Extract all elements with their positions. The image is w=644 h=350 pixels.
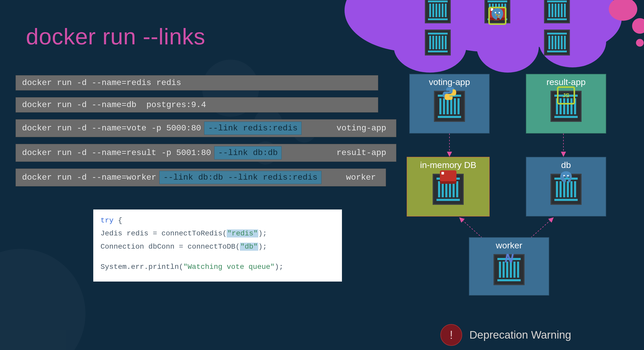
svg-point-1: [499, 12, 500, 13]
code-string: "Watching vote queue": [183, 263, 275, 271]
box-inmemory-db: in-memory DB: [407, 157, 490, 216]
cloud-icon-row: N: [425, 0, 570, 55]
code-text: Connection dbConn = connectToDB(: [101, 243, 240, 251]
code-text: {: [113, 216, 122, 225]
link-flag: --link db:db: [214, 146, 282, 159]
command-tail: result-app: [335, 148, 391, 158]
code-string: "db": [240, 243, 258, 251]
box-worker: worker N: [469, 237, 549, 296]
nodejs-container-icon: [544, 0, 570, 23]
box-result-app: result-app: [526, 74, 606, 134]
svg-point-7: [567, 175, 569, 177]
code-text: );: [258, 229, 267, 237]
postgres-container-icon: [544, 30, 570, 55]
code-text: Jedis redis = connectToRedis(: [101, 229, 227, 237]
command-vote: docker run -d --name=vote -p 5000:80 --l…: [16, 119, 396, 137]
command-tail: worker: [345, 172, 381, 183]
bg-circle: [0, 249, 85, 350]
box-label: worker: [469, 240, 549, 250]
code-kw: try: [101, 216, 113, 225]
box-label: in-memory DB: [407, 160, 489, 170]
redis-container-icon: [433, 174, 464, 205]
svg-line-5: [528, 219, 552, 240]
postgres-container-icon: [550, 174, 582, 205]
nodejs-container-icon: [550, 91, 582, 122]
command-worker: docker run -d --name=worker --link db:db…: [16, 169, 386, 186]
link-flag: --link redis:redis: [204, 122, 302, 135]
command-text: docker run -d --name=db postgres:9.4: [20, 100, 208, 110]
code-text: );: [258, 243, 267, 251]
svg-point-0: [495, 12, 496, 13]
box-label: voting-app: [410, 77, 489, 87]
warning-icon: !: [440, 324, 462, 346]
deprecation-warning: ! Deprecation Warning: [440, 324, 571, 346]
command-result: docker run -d --name=result -p 5001:80 -…: [16, 144, 396, 162]
redis-container-icon: [425, 30, 451, 55]
command-redis: docker run -d --name=redis redis: [16, 75, 378, 90]
box-label: result-app: [526, 77, 606, 87]
link-flag: --link db:db --link redis:redis: [159, 171, 321, 184]
command-db: docker run -d --name=db postgres:9.4: [16, 97, 378, 113]
box-label: db: [526, 160, 606, 170]
command-list: docker run -d --name=redis redis docker …: [16, 75, 378, 193]
svg-line-4: [461, 219, 484, 240]
svg-point-6: [563, 175, 565, 177]
code-snippet: try { Jedis redis = connectToRedis("redi…: [93, 209, 342, 282]
code-string: "redis": [227, 229, 258, 237]
warning-text: Deprecation Warning: [469, 329, 571, 341]
dotnet-container-icon: N: [493, 254, 525, 285]
code-text: System.err.println(: [101, 263, 183, 271]
box-voting-app: voting-app: [409, 74, 490, 134]
command-text: docker run -d --name=result -p 5001:80: [20, 148, 213, 158]
architecture-diagram: voting-app result-app in-memory DB db: [407, 74, 614, 299]
command-text: docker run -d --name=vote -p 5000:80: [20, 123, 203, 134]
command-text: docker run -d --name=worker: [20, 172, 158, 183]
command-tail: voting-app: [335, 123, 391, 134]
box-db: db: [526, 157, 606, 216]
python-container-icon: [425, 0, 451, 23]
command-text: docker run -d --name=redis redis: [20, 78, 183, 88]
code-text: );: [275, 263, 283, 271]
python-container-icon: [434, 91, 465, 122]
